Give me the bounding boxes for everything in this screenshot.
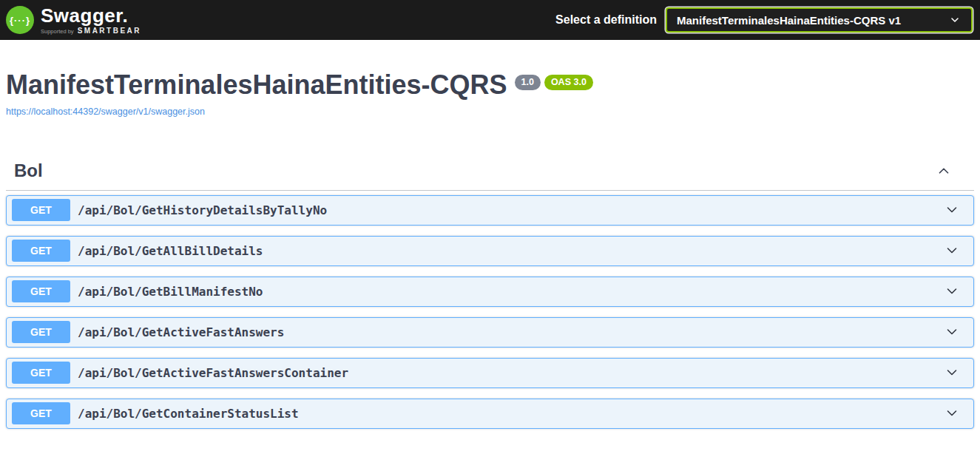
version-badge: 1.0 xyxy=(515,75,541,90)
topbar: {···} Swagger. Supported by SMARTBEAR Se… xyxy=(0,0,980,40)
http-method-badge: GET xyxy=(12,199,70,221)
http-method-badge: GET xyxy=(12,280,70,302)
tag-name: Bol xyxy=(14,160,43,181)
operation-path: /api/Bol/GetActiveFastAnswersContainer xyxy=(78,366,348,380)
operation-row[interactable]: GET /api/Bol/GetActiveFastAnswersContain… xyxy=(6,358,974,388)
definition-select[interactable]: ManifestTerminalesHainaEntities-CQRS v1 xyxy=(666,7,973,33)
operation-path: /api/Bol/GetContainerStatusList xyxy=(78,407,299,421)
operation-row[interactable]: GET /api/Bol/GetHistoryDetailsByTallyNo xyxy=(6,195,974,226)
http-method-badge: GET xyxy=(12,321,70,343)
tag-section-bol: Bol GET /api/Bol/GetHistoryDetailsByTall… xyxy=(6,160,974,429)
collapse-section-button[interactable] xyxy=(936,163,952,179)
http-method-badge: GET xyxy=(12,362,70,384)
operation-path: /api/Bol/GetHistoryDetailsByTallyNo xyxy=(78,203,327,217)
chevron-down-icon[interactable] xyxy=(944,406,959,421)
operation-row[interactable]: GET /api/Bol/GetBillManifestNo xyxy=(6,277,974,307)
operation-row[interactable]: GET /api/Bol/GetContainerStatusList xyxy=(6,399,974,429)
http-method-badge: GET xyxy=(12,402,70,424)
chevron-down-icon[interactable] xyxy=(944,365,959,380)
operation-list: GET /api/Bol/GetHistoryDetailsByTallyNo … xyxy=(6,194,974,429)
operation-row[interactable]: GET /api/Bol/GetAllBillDetails xyxy=(6,236,974,266)
swagger-logo: {···} Swagger. Supported by SMARTBEAR xyxy=(6,6,141,35)
select-definition-label: Select a definition xyxy=(555,13,657,27)
chevron-down-icon xyxy=(949,14,961,26)
page-title: ManifestTerminalesHainaEntities-CQRS xyxy=(6,70,507,100)
swagger-brand-name: Swagger. xyxy=(41,6,141,25)
http-method-badge: GET xyxy=(12,240,70,262)
chevron-down-icon[interactable] xyxy=(944,325,959,339)
chevron-up-icon xyxy=(936,163,952,179)
supported-by-label: Supported by xyxy=(41,29,74,35)
chevron-down-icon[interactable] xyxy=(944,203,959,217)
smartbear-label: SMARTBEAR xyxy=(78,27,141,35)
chevron-down-icon[interactable] xyxy=(944,243,959,258)
tag-header[interactable]: Bol xyxy=(6,160,974,191)
oas-badge: OAS 3.0 xyxy=(544,75,593,90)
operation-path: /api/Bol/GetAllBillDetails xyxy=(78,244,263,258)
swagger-ui-content: ManifestTerminalesHainaEntities-CQRS 1.0… xyxy=(0,70,980,429)
operation-path: /api/Bol/GetActiveFastAnswers xyxy=(78,325,284,339)
operation-path: /api/Bol/GetBillManifestNo xyxy=(78,285,263,299)
chevron-down-icon[interactable] xyxy=(944,284,959,299)
definition-select-value: ManifestTerminalesHainaEntities-CQRS v1 xyxy=(677,14,901,27)
api-info: ManifestTerminalesHainaEntities-CQRS 1.0… xyxy=(6,70,974,118)
swagger-braces-icon: {···} xyxy=(6,6,34,34)
operation-row[interactable]: GET /api/Bol/GetActiveFastAnswers xyxy=(6,317,974,348)
spec-url-link[interactable]: https://localhost:44392/swagger/v1/swagg… xyxy=(6,106,205,117)
